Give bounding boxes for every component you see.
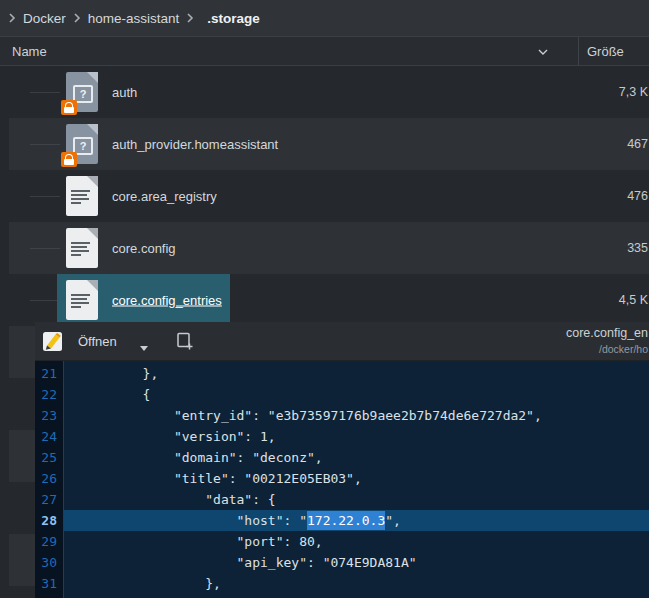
line-number: 25 [35,447,63,468]
preview-file-path: /docker/ho [599,343,648,355]
code-line: "version": 1, [64,426,649,447]
code-text: ", [385,513,401,528]
code-line: "entry_id": "e3b73597176b9aee2b7b74de6e7… [64,405,649,426]
file-row-area-registry[interactable]: core.area_registry 476 [9,170,649,222]
code-line: "title": "00212E05EB03", [64,468,649,489]
code-line: { [64,384,649,405]
breadcrumb: Docker home-assistant .storage [0,0,649,36]
chevron-right-icon [8,12,16,24]
breadcrumb-item-storage[interactable]: .storage [207,11,260,26]
line-number: 23 [35,405,63,426]
text-file-icon [64,175,100,217]
file-size: 476 [627,189,648,203]
file-row-auth-provider[interactable]: ? auth_provider.homeassistant 467 [9,118,649,170]
file-name[interactable]: auth_provider.homeassistant [112,137,278,152]
code-line: "options": { [64,594,649,598]
line-number: 26 [35,468,63,489]
file-size: 335 [627,241,648,255]
chevron-right-icon [73,12,81,24]
line-number: 21 [35,363,63,384]
file-name[interactable]: core.config [112,241,176,256]
chevron-down-icon[interactable] [139,338,149,356]
code-editor[interactable]: 21 22 23 24 25 26 27 28 29 30 31 32 }, { [35,361,649,598]
open-button[interactable]: Öffnen [78,334,117,349]
tree-branch [30,196,60,197]
lock-icon [61,152,77,167]
breadcrumb-item-docker[interactable]: Docker [23,11,66,26]
line-number: 27 [35,489,63,510]
line-number-gutter[interactable]: 21 22 23 24 25 26 27 28 29 30 31 32 [35,361,63,598]
line-number: 32 [35,594,63,598]
file-name[interactable]: core.area_registry [112,189,217,204]
preview-file-title: core.config_en [566,326,648,340]
locked-question-file-icon: ? [64,71,100,113]
lock-icon [61,100,77,115]
breadcrumb-item-home-assistant[interactable]: home-assistant [88,11,180,26]
code-line: "domain": "deconz", [64,447,649,468]
code-line: }, [64,573,649,594]
column-header-bar: Name Größe [0,36,649,66]
code-line-current: "host": "172.22.0.3", [64,510,649,531]
code-line: "api_key": "074E9DA81A" [64,552,649,573]
line-number-current: 28 [35,510,63,531]
column-divider[interactable] [578,37,579,65]
code-line: "port": 80, [64,531,649,552]
line-number: 24 [35,426,63,447]
line-number: 31 [35,573,63,594]
tree-branch [30,144,60,145]
tree-branch [30,248,60,249]
new-document-icon[interactable] [175,331,195,351]
file-name[interactable]: auth [112,85,137,100]
tree-branch [30,300,60,301]
column-header-name[interactable]: Name [12,44,47,59]
code-text: "host": " [80,513,307,528]
line-number: 22 [35,384,63,405]
edit-pencil-icon[interactable] [42,331,63,352]
preview-toolbar: Öffnen core.config_en /docker/ho [35,322,649,361]
code-lines: }, { "entry_id": "e3b73597176b9aee2b7b74… [64,361,649,598]
chevron-right-icon [186,12,194,24]
file-size: 7,3 K [619,85,648,99]
selected-text: 172.22.0.3 [307,511,385,530]
file-size: 467 [627,137,648,151]
line-number: 29 [35,531,63,552]
file-row-config-entries[interactable]: core.config_entries 4,5 K [9,274,649,326]
file-name[interactable]: core.config_entries [112,293,222,308]
file-manager-window: Docker home-assistant .storage Name Größ… [0,0,649,598]
text-file-icon [64,279,100,321]
file-size: 4,5 K [619,293,648,307]
text-file-icon [64,227,100,269]
file-preview-panel: Öffnen core.config_en /docker/ho 21 22 2… [35,322,649,598]
code-line: }, [64,363,649,384]
tree-branch [30,92,60,93]
file-row-core-config[interactable]: core.config 335 [9,222,649,274]
code-line: "data": { [64,489,649,510]
locked-question-file-icon: ? [64,123,100,165]
chevron-down-icon[interactable] [536,45,550,63]
column-header-size[interactable]: Größe [587,44,624,59]
file-row-auth[interactable]: ? auth 7,3 K [9,66,649,118]
line-number: 30 [35,552,63,573]
